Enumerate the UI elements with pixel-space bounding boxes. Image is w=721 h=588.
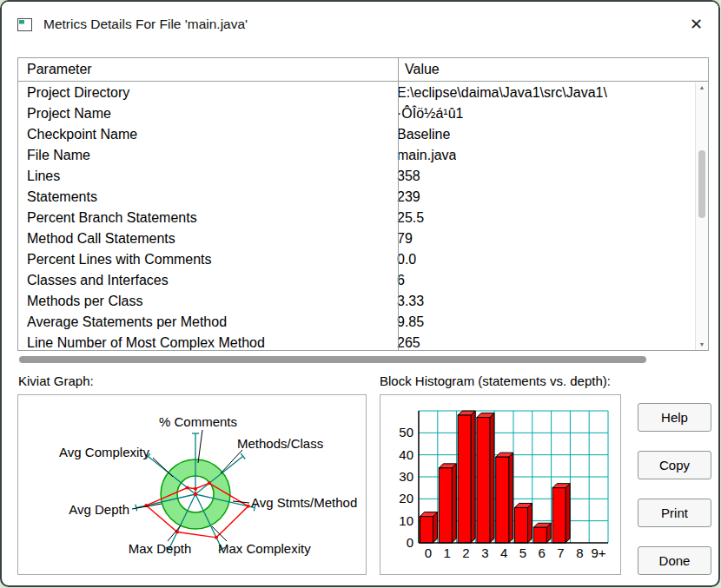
metrics-table: Parameter Value Project DirectoryE:\ecli… [17, 57, 709, 351]
value-cell: 9.85 [389, 312, 424, 333]
histogram-bar-side [509, 453, 513, 543]
help-button[interactable]: Help [638, 403, 711, 432]
block-histogram: 010203040500123456789+ [380, 399, 620, 571]
parameter-cell: Classes and Interfaces [18, 270, 389, 291]
value-cell: 0.0 [389, 249, 416, 270]
print-button[interactable]: Print [638, 499, 711, 527]
kiviat-graph: % Comments Methods/Class Avg Stmts/Metho… [18, 399, 366, 571]
value-cell: 25.5 [389, 208, 424, 228]
column-header-parameter[interactable]: Parameter [18, 58, 398, 81]
parameter-cell: Statements [18, 187, 389, 208]
kiviat-axis-label-avg-complexity: Avg Complexity [59, 445, 149, 459]
parameter-cell: Project Directory [18, 83, 389, 103]
kiviat-center-point [194, 492, 197, 496]
table-row: Statements239 [18, 187, 694, 208]
value-cell: ·ÔÎö½á¹û1 [389, 103, 463, 124]
table-row: Project DirectoryE:\eclipse\daima\Java1\… [18, 83, 694, 103]
table-row: Percent Lines with Comments0.0 [18, 249, 694, 270]
scroll-down-icon[interactable]: ▼ [696, 340, 708, 350]
y-tick-label: 10 [399, 513, 413, 528]
histogram-bar [552, 488, 566, 543]
table-row: File Namemain.java [18, 145, 694, 166]
kiviat-render-layer [136, 433, 255, 551]
table-row: Line Number of Most Complex Method265 [18, 333, 694, 350]
kiviat-axis-label-avg-stmts: Avg Stmts/Method [251, 495, 357, 510]
histogram-bar [515, 507, 528, 543]
window-icon [17, 18, 32, 31]
y-tick-label: 40 [399, 447, 413, 462]
histogram-bar [458, 415, 471, 543]
kiviat-axis-label-methods-class: Methods/Class [237, 436, 323, 451]
kiviat-data-point [247, 505, 250, 508]
kiviat-data-point [186, 486, 189, 490]
kiviat-data-point [215, 536, 218, 539]
x-tick-label: 9+ [592, 545, 606, 560]
histogram-bar-side [433, 512, 438, 543]
value-cell: 3.33 [389, 291, 424, 312]
kiviat-data-point [208, 481, 211, 485]
kiviat-axis-label-max-depth: Max Depth [129, 541, 192, 556]
table-row: Average Statements per Method9.85 [18, 312, 694, 333]
histogram-section-label: Block Histogram (statements vs. depth): [380, 373, 611, 388]
horizontal-scrollbar-thumb[interactable] [19, 356, 646, 363]
x-tick-label: 8 [576, 545, 583, 560]
table-row: Percent Branch Statements25.5 [18, 208, 694, 228]
vertical-scrollbar[interactable]: ▲ ▼ [695, 83, 708, 350]
kiviat-axis-label-avg-depth: Avg Depth [69, 502, 129, 517]
x-tick-label: 0 [425, 545, 432, 560]
parameter-cell: Average Statements per Method [18, 312, 389, 333]
y-tick-label: 50 [399, 425, 413, 439]
table-row: Lines358 [18, 166, 694, 187]
y-tick-label: 30 [399, 469, 413, 484]
histogram-bar-side [528, 503, 532, 543]
scroll-up-icon[interactable]: ▲ [696, 83, 708, 93]
copy-button[interactable]: Copy [638, 451, 711, 479]
block-histogram-panel: 010203040500123456789+ [380, 394, 621, 575]
kiviat-axis-label-max-complexity: Max Complexity [218, 541, 311, 556]
table-row: Method Call Statements79 [18, 228, 694, 249]
y-tick-label: 20 [399, 491, 413, 505]
table-row: Classes and Interfaces6 [18, 270, 694, 291]
histogram-bar [496, 457, 509, 543]
column-header-value[interactable]: Value [398, 58, 440, 81]
parameter-cell: Checkpoint Name [18, 124, 389, 145]
value-cell: 265 [389, 333, 420, 350]
window-title: Metrics Details For File 'main.java' [43, 17, 248, 32]
parameter-cell: Methods per Class [18, 291, 389, 312]
value-cell: main.java [389, 145, 456, 166]
kiviat-section-label: Kiviat Graph: [18, 373, 94, 388]
histogram-bar-side [452, 464, 456, 543]
parameter-cell: Method Call Statements [18, 228, 389, 249]
parameter-cell: Percent Lines with Comments [18, 249, 389, 270]
parameter-cell: Percent Branch Statements [18, 208, 389, 228]
horizontal-scrollbar[interactable] [17, 353, 709, 365]
table-body: Project DirectoryE:\eclipse\daima\Java1\… [18, 83, 694, 350]
kiviat-graph-panel: % Comments Methods/Class Avg Stmts/Metho… [17, 394, 367, 575]
histogram-bar-side [490, 413, 494, 543]
x-tick-label: 2 [462, 545, 469, 560]
done-button[interactable]: Done [638, 546, 711, 575]
x-tick-label: 5 [519, 545, 526, 560]
x-tick-label: 6 [539, 545, 546, 560]
parameter-cell: Line Number of Most Complex Method [18, 333, 389, 350]
histogram-bar [533, 527, 546, 543]
x-tick-label: 4 [500, 545, 507, 560]
parameter-cell: Project Name [18, 103, 389, 124]
vertical-scrollbar-thumb[interactable] [698, 150, 705, 218]
value-cell: E:\eclipse\daima\Java1\src\Java1\ [389, 83, 607, 103]
histogram-bar [420, 517, 433, 543]
histogram-bar-side [566, 484, 570, 543]
column-separator [398, 58, 399, 350]
kiviat-axis-label-comments: % Comments [159, 414, 237, 429]
table-header: Parameter Value [18, 58, 708, 82]
histogram-bar-side [471, 411, 475, 543]
value-cell: 79 [389, 228, 413, 249]
value-cell: 239 [389, 187, 420, 208]
parameter-cell: Lines [18, 166, 389, 187]
parameter-cell: File Name [18, 145, 389, 166]
x-tick-label: 3 [481, 545, 488, 560]
x-tick-label: 7 [557, 545, 564, 560]
table-row: Project Name·ÔÎö½á¹û1 [18, 103, 694, 124]
histogram-bar [439, 468, 452, 543]
close-button[interactable]: ✕ [690, 17, 703, 32]
